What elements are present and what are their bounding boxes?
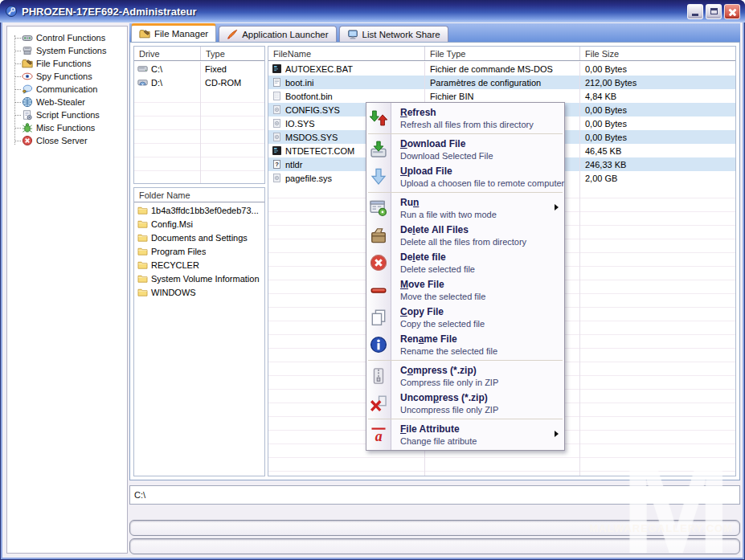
rocket-icon — [227, 29, 238, 40]
column-header-folder-name[interactable]: Folder Name — [134, 188, 264, 202]
cd-drive-icon — [137, 77, 148, 88]
script-icon — [22, 109, 33, 121]
column-header-filename[interactable]: FileName — [268, 47, 424, 60]
menu-item-run[interactable]: RunRun a file with two mode — [366, 194, 564, 222]
menu-item-description: Move the selected file — [400, 291, 558, 302]
menu-item-description: Uncompress file only ZIP — [400, 404, 558, 415]
menu-item-download-file[interactable]: Download FileDownload Selected File — [366, 136, 564, 163]
sidebar-item-misc-functions[interactable]: Misc Functions — [22, 121, 127, 134]
progress-bar-1 — [129, 520, 740, 536]
drive-table: Drive Type C:\FixedD:\CD-ROM — [133, 46, 265, 184]
copy-icon — [370, 309, 387, 326]
sidebar-item-close-server[interactable]: Close Server — [22, 134, 127, 147]
close-button[interactable] — [724, 4, 740, 19]
menu-separator — [368, 133, 563, 134]
drive-row[interactable]: C:\Fixed — [134, 62, 264, 76]
menu-item-rename-file[interactable]: Rename FileRename the selected file — [366, 331, 564, 358]
compress-icon — [370, 367, 387, 385]
menu-item-title: Refresh — [400, 106, 558, 119]
sidebar-item-system-functions[interactable]: System Functions — [22, 44, 127, 57]
folder-icon — [137, 260, 148, 270]
app-window: PHROZEN-17EF692-Administrateur Control F… — [0, 0, 745, 560]
file-row[interactable]: Bootfont.binFichier BIN4,84 KB — [268, 89, 735, 103]
folder-row[interactable]: Documents and Settings — [134, 231, 264, 244]
tab-label: File Manager — [154, 29, 208, 39]
column-header-filesize[interactable]: File Size — [579, 47, 735, 60]
menu-separator — [368, 360, 563, 361]
sidebar-item-label: Spy Functions — [36, 72, 92, 81]
maximize-button[interactable] — [706, 4, 722, 19]
sidebar-item-label: Web-Stealer — [36, 97, 85, 107]
app-logo-icon — [5, 5, 18, 18]
menu-item-title: Copy File — [400, 305, 558, 318]
file-row[interactable]: boot.iniParamètres de configuration212,0… — [268, 76, 735, 89]
tab-file-manager[interactable]: File Manager — [131, 23, 216, 42]
printer-icon — [22, 45, 33, 56]
folder-row[interactable]: 1b4a3ffdc1bb3ef0edeb73... — [134, 203, 264, 217]
sidebar-item-file-functions[interactable]: File Functions — [22, 57, 127, 70]
column-header-filetype[interactable]: File Type — [424, 47, 579, 60]
minimize-icon — [692, 14, 698, 16]
bug-icon — [22, 122, 33, 133]
menu-item-upload-file[interactable]: Upload FileUpload a choosen file to remo… — [366, 163, 564, 190]
submenu-arrow-icon — [555, 204, 559, 211]
sidebar-item-spy-functions[interactable]: Spy Functions — [22, 70, 127, 83]
file-size-cell: 246,33 KB — [579, 160, 735, 170]
file-table-header: FileName File Type File Size — [268, 47, 735, 61]
menu-item-description: Copy the selected file — [400, 318, 558, 329]
sidebar-item-script-functions[interactable]: Script Functions — [22, 108, 127, 121]
sidebar-item-label: System Functions — [36, 46, 106, 55]
folder-name-cell: Documents and Settings — [134, 232, 248, 243]
folder-row[interactable]: Config.Msi — [134, 217, 264, 231]
menu-item-compress-zip[interactable]: Compress (*.zip)Compress file only in ZI… — [366, 362, 564, 390]
folder-name-cell: Program Files — [134, 246, 206, 256]
sidebar-item-web-stealer[interactable]: Web-Stealer — [22, 96, 127, 108]
current-path-field[interactable]: C:\ — [129, 485, 740, 505]
folder-row[interactable]: WINDOWS — [134, 285, 264, 299]
file-row[interactable]: AUTOEXEC.BATFichier de commande MS-DOS0,… — [268, 62, 735, 76]
tab-list-network-share[interactable]: List Network Share — [339, 26, 448, 42]
folder-icon — [137, 232, 148, 243]
refresh-icon — [370, 109, 387, 127]
file-name-cell: Bootfont.bin — [268, 91, 424, 101]
menu-item-move-file[interactable]: Move FileMove the selected file — [366, 276, 564, 304]
column-header-drive[interactable]: Drive — [134, 47, 200, 60]
sidebar-item-label: Communication — [36, 84, 97, 94]
menu-item-copy-file[interactable]: Copy FileCopy the selected file — [366, 304, 564, 331]
file-size-cell: 0,00 Bytes — [579, 64, 735, 74]
tab-strip: File ManagerApplication LauncherList Net… — [129, 23, 740, 42]
menu-item-title: Rename File — [400, 333, 558, 345]
menu-item-description: Delete all the files from directory — [400, 236, 558, 247]
sidebar-item-communication[interactable]: Communication — [22, 83, 127, 96]
folder-row[interactable]: Program Files — [134, 244, 264, 258]
column-header-type[interactable]: Type — [200, 47, 264, 60]
folder-name-cell: Config.Msi — [134, 219, 193, 229]
move-icon — [370, 281, 387, 299]
file-size-cell: 0,00 Bytes — [579, 105, 735, 115]
folder-icon — [137, 287, 148, 297]
menu-item-title: Uncompress (*.zip) — [400, 391, 558, 404]
window-controls — [687, 4, 740, 19]
file-size-cell: 212,00 Bytes — [579, 78, 735, 88]
drive-name-cell: D:\ — [134, 77, 200, 88]
tab-application-launcher[interactable]: Application Launcher — [219, 26, 336, 42]
download-icon — [370, 141, 387, 158]
menu-item-file-attribute[interactable]: aFile AttributeChange file atribute — [366, 421, 564, 448]
menu-item-refresh[interactable]: RefreshRefresh all files from this direc… — [366, 104, 564, 132]
file-size-cell: 4,84 KB — [579, 92, 735, 101]
folder-rows: 1b4a3ffdc1bb3ef0edeb73...Config.MsiDocum… — [134, 203, 264, 476]
menu-item-delete-file[interactable]: Delete fileDelete selected file — [366, 249, 564, 276]
menu-item-uncompress-zip[interactable]: Uncompress (*.zip)Uncompress file only Z… — [366, 390, 564, 417]
folder-row[interactable]: RECYCLER — [134, 258, 264, 272]
minimize-button[interactable] — [687, 4, 703, 19]
title-bar[interactable]: PHROZEN-17EF692-Administrateur — [0, 0, 745, 22]
folder-row[interactable]: System Volume Information — [134, 272, 264, 285]
sidebar-item-control-functions[interactable]: Control Functions — [22, 31, 127, 44]
folder-panel: Folder Name 1b4a3ffdc1bb3ef0edeb73...Con… — [133, 187, 265, 476]
menu-item-delete-all-files[interactable]: Delete All FilesDelete all the files fro… — [366, 222, 564, 249]
file-type-cell: Fichier de commande MS-DOS — [424, 64, 579, 74]
folder-panel-header: Folder Name — [134, 188, 264, 202]
sidebar-item-label: Script Functions — [36, 110, 100, 120]
file-context-menu: RefreshRefresh all files from this direc… — [366, 102, 565, 451]
drive-row[interactable]: D:\CD-ROM — [134, 76, 264, 89]
